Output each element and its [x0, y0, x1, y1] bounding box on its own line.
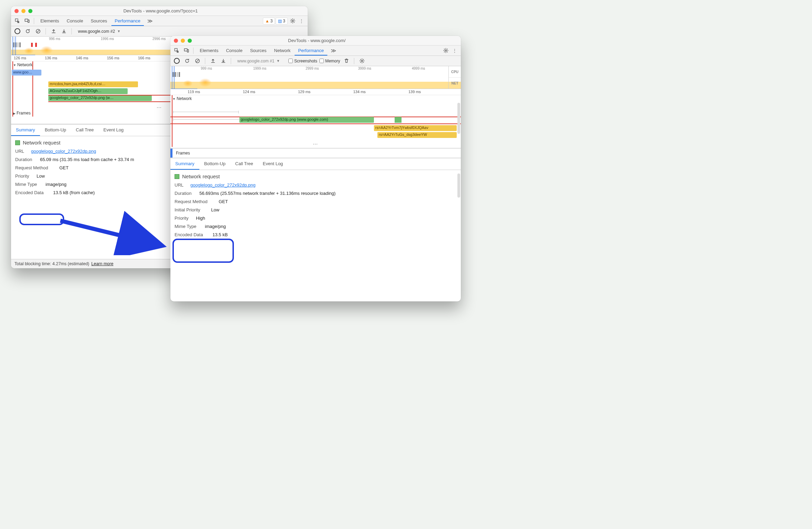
recording-selector[interactable]: www.google.com #2 ▼ [75, 28, 127, 34]
request-bar[interactable]: rs=AA2YrTuGs_dsg3deeYW [377, 132, 457, 138]
inspect-icon[interactable] [172, 47, 181, 55]
memory-checkbox[interactable]: Memory [319, 59, 340, 63]
collapsed-rows[interactable]: ⋯ [170, 141, 461, 146]
tick: 136 ms [45, 56, 57, 60]
performance-controls: www.google.com #2 ▼ [11, 26, 308, 37]
dtab-bottomup[interactable]: Bottom-Up [40, 124, 71, 136]
detail-body: Network request URLgooglelogo_color_272x… [170, 170, 461, 301]
request-bar[interactable]: m=cdos,hsm,jsa,mb4ZUb,d,csi… [48, 81, 138, 87]
dtab-calltree[interactable]: Call Tree [230, 158, 258, 170]
trash-icon[interactable] [342, 57, 350, 65]
request-bar[interactable]: rs=AA2YrTvm7jYwbsf0XJQAav [374, 125, 457, 131]
svg-rect-6 [184, 49, 187, 51]
zoom-icon[interactable] [28, 9, 32, 13]
request-bar[interactable]: AGvuzYaZuuCrJpF1idZiOgh… [48, 88, 128, 94]
recording-name: www.google.com #1 [237, 59, 274, 63]
scrollbar[interactable] [457, 103, 460, 134]
devtools-tabs: Elements Console Sources Performance [37, 16, 144, 26]
frames-track[interactable]: Frames [170, 148, 461, 158]
tab-elements[interactable]: Elements [37, 16, 62, 26]
dtab-bottomup[interactable]: Bottom-Up [199, 158, 230, 170]
issues-warnings-badge[interactable]: ▲3 [263, 18, 275, 24]
screenshots-checkbox[interactable]: Screenshots [288, 59, 317, 63]
tab-console[interactable]: Console [63, 16, 87, 26]
reload-icon[interactable] [23, 27, 32, 36]
overview-side-labels: CPU NET [448, 66, 461, 89]
upload-icon[interactable] [209, 57, 217, 65]
minimize-icon[interactable] [181, 39, 185, 43]
clear-icon[interactable] [34, 27, 42, 36]
performance-controls: www.google.com #1 ▼ Screenshots Memory [170, 56, 461, 66]
priority-label: Priority [15, 173, 33, 179]
chevron-right-icon[interactable]: ≫ [329, 48, 338, 54]
mime-value: image/png [46, 182, 67, 187]
url-label: URL [175, 182, 187, 188]
ov-tick: 2996 ms [152, 37, 166, 41]
gear-icon[interactable] [288, 17, 297, 25]
scrollbar[interactable] [457, 173, 460, 198]
duration-label: Duration [175, 191, 196, 196]
record-icon[interactable] [13, 27, 21, 36]
tick: 156 ms [107, 56, 119, 60]
request-bar[interactable]: www.goo… [12, 70, 41, 76]
ov-tick: 999 ms [201, 67, 212, 70]
issues-info-badge[interactable]: ▤3 [276, 18, 288, 24]
frames-track[interactable]: Frames [11, 110, 33, 117]
device-icon[interactable] [23, 17, 31, 25]
duration-label: Duration [15, 157, 37, 162]
gear-icon[interactable] [442, 47, 450, 55]
color-swatch [15, 140, 20, 145]
ov-tick: 2999 ms [306, 67, 319, 70]
network-track[interactable]: Network [170, 95, 461, 102]
download-icon[interactable] [219, 57, 227, 65]
gear-icon[interactable] [358, 57, 366, 65]
learn-more-link[interactable]: Learn more [91, 261, 113, 266]
priority-value: High [196, 216, 205, 221]
dtab-eventlog[interactable]: Event Log [258, 158, 288, 170]
tick: 139 ms [408, 90, 421, 94]
reload-icon[interactable] [183, 57, 191, 65]
tab-sources[interactable]: Sources [247, 46, 270, 56]
tab-elements[interactable]: Elements [196, 46, 222, 56]
url-link[interactable]: googlelogo_color_272x92dp.png [190, 182, 256, 188]
dtab-calltree[interactable]: Call Tree [71, 124, 99, 136]
dtab-summary[interactable]: Summary [11, 124, 40, 136]
request-bar-selected[interactable]: googlelogo_color_272x92dp.png (www.googl… [239, 117, 374, 123]
tab-performance[interactable]: Performance [295, 46, 327, 56]
overview-timeline[interactable]: 999 ms 1999 ms 2999 ms 3999 ms 4999 ms C… [170, 66, 461, 89]
tick: 146 ms [76, 56, 88, 60]
tick: 134 ms [353, 90, 366, 94]
inspect-icon[interactable] [13, 17, 21, 25]
url-link[interactable]: googlelogo_color_272x92dp.png [31, 149, 96, 154]
download-icon[interactable] [60, 27, 68, 36]
record-icon[interactable] [172, 57, 181, 65]
duration-value: 65.09 ms (31.35 ms load from cache + 33.… [40, 157, 134, 162]
kebab-icon[interactable]: ⋮ [450, 47, 459, 55]
tab-console[interactable]: Console [222, 46, 246, 56]
kebab-icon[interactable]: ⋮ [297, 17, 306, 25]
clear-icon[interactable] [193, 57, 201, 65]
tick: 119 ms [188, 90, 200, 94]
recording-selector[interactable]: www.google.com #1 ▼ [235, 58, 286, 64]
dtab-summary[interactable]: Summary [170, 158, 199, 170]
dtab-eventlog[interactable]: Event Log [99, 124, 129, 136]
ov-tick: 1996 ms [101, 37, 114, 41]
zoom-icon[interactable] [188, 39, 192, 43]
tab-performance[interactable]: Performance [111, 16, 144, 26]
device-icon[interactable] [182, 47, 190, 55]
priority-value: Low [37, 173, 45, 179]
color-swatch [175, 174, 179, 179]
minimize-icon[interactable] [21, 9, 26, 13]
request-bar-selected[interactable]: googlelogo_color_272x92dp.png (w… [48, 95, 152, 101]
method-value: GET [59, 165, 69, 170]
tab-sources[interactable]: Sources [87, 16, 111, 26]
upload-icon[interactable] [49, 27, 58, 36]
close-icon[interactable] [174, 39, 178, 43]
close-icon[interactable] [14, 9, 19, 13]
method-label: Request Method [175, 199, 215, 204]
tab-network[interactable]: Network [271, 46, 294, 56]
waterfall-panel[interactable]: 119 ms 124 ms 129 ms 134 ms 139 ms Netwo… [170, 89, 461, 148]
chevron-down-icon: ▼ [276, 59, 280, 63]
chevron-right-icon[interactable]: ≫ [145, 18, 155, 24]
mime-value: image/png [205, 224, 226, 229]
